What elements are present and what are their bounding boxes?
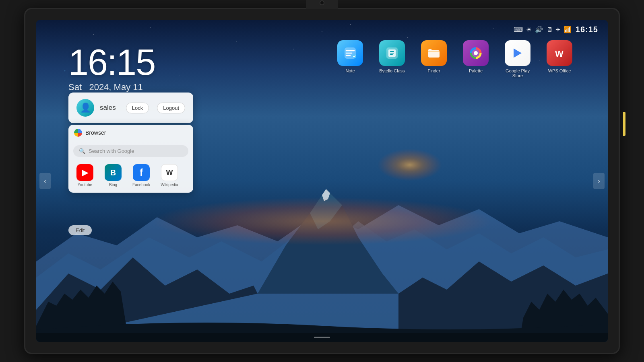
sunset-glow <box>151 197 493 245</box>
app-palette[interactable]: Palette <box>460 40 492 73</box>
svg-point-5 <box>474 51 478 55</box>
bing-icon: B <box>105 164 122 181</box>
network-off-icon: ✈ <box>556 27 560 33</box>
app-finder-icon <box>421 40 447 66</box>
avatar-icon: 👤 <box>80 103 91 113</box>
app-palette-icon <box>463 40 489 66</box>
bottom-bar <box>36 333 608 342</box>
browser-title: Browser <box>85 130 106 136</box>
camera-bump <box>306 0 338 9</box>
clock-full-date <box>84 82 87 92</box>
brightness-icon: ☀ <box>526 26 532 33</box>
shortcut-bing[interactable]: B Bing <box>101 164 126 187</box>
app-wps-icon: W <box>547 40 572 66</box>
left-arrow-icon: ‹ <box>44 177 46 185</box>
status-bar: ⌨ ☀ 🔊 🖥 ✈ 📶 16:15 <box>514 25 598 34</box>
facebook-label: Facebook <box>132 183 150 187</box>
youtube-icon: ▶ <box>76 164 93 181</box>
browser-card: Browser 🔍 Search with Google ▶ Youtube B… <box>68 125 193 193</box>
edit-button[interactable]: Edit <box>68 225 92 235</box>
wikipedia-label: Wikipedia <box>161 183 178 187</box>
youtube-label: Youtube <box>78 183 92 187</box>
wifi-icon: 📶 <box>564 26 572 33</box>
app-playstore[interactable]: Google Play Store <box>502 40 534 78</box>
search-icon: 🔍 <box>79 148 85 154</box>
user-card: 👤 sales Lock Logout <box>68 93 193 123</box>
app-bytello[interactable]: Bytello Class <box>376 40 408 73</box>
app-note-icon <box>337 40 363 66</box>
side-indicator <box>623 112 625 136</box>
app-bytello-label: Bytello Class <box>379 68 405 73</box>
nav-arrow-left[interactable]: ‹ <box>39 173 51 189</box>
browser-header: Browser <box>68 125 193 141</box>
bing-label: Bing <box>109 183 117 187</box>
clock-display: 16:15 <box>68 44 155 80</box>
app-playstore-icon <box>505 40 530 66</box>
wikipedia-icon: W <box>161 164 178 181</box>
browser-logo-icon <box>74 129 82 137</box>
screen: ⌨ ☀ 🔊 🖥 ✈ 📶 16:15 16:15 Sat 2024, May 11 <box>36 20 608 342</box>
app-grid: Note Bytello Class <box>334 40 576 78</box>
status-icons: ⌨ ☀ 🔊 🖥 ✈ 📶 <box>514 26 572 33</box>
facebook-icon: f <box>133 164 150 181</box>
clock-date: Sat 2024, May 11 <box>68 82 155 93</box>
status-time: 16:15 <box>576 25 598 34</box>
app-note[interactable]: Note <box>334 40 366 73</box>
svg-text:W: W <box>555 49 564 59</box>
keyboard-icon: ⌨ <box>514 26 523 33</box>
app-finder[interactable]: Finder <box>418 40 450 73</box>
browser-shortcuts: ▶ Youtube B Bing f Facebook W Wikipedia <box>68 161 193 193</box>
clock-day: Sat <box>68 82 82 92</box>
nav-arrow-right[interactable]: › <box>593 173 605 189</box>
shortcut-wikipedia[interactable]: W Wikipedia <box>157 164 182 187</box>
app-finder-label: Finder <box>427 68 440 73</box>
search-placeholder: Search with Google <box>89 148 134 154</box>
avatar: 👤 <box>76 99 94 117</box>
app-playstore-label: Google Play Store <box>502 68 534 78</box>
right-arrow-icon: › <box>598 177 600 185</box>
app-wps[interactable]: W WPS Office <box>543 40 576 73</box>
display-icon: 🖥 <box>546 26 553 33</box>
logout-button[interactable]: Logout <box>157 103 185 113</box>
app-palette-label: Palette <box>469 68 483 73</box>
bottom-indicator <box>314 337 330 338</box>
lock-button[interactable]: Lock <box>126 103 149 113</box>
app-note-label: Note <box>345 68 355 73</box>
clock-date-val: 2024, May 11 <box>89 82 142 92</box>
tv-frame: ⌨ ☀ 🔊 🖥 ✈ 📶 16:15 16:15 Sat 2024, May 11 <box>24 8 620 354</box>
search-bar[interactable]: 🔍 Search with Google <box>73 145 188 157</box>
clock-widget: 16:15 Sat 2024, May 11 <box>68 44 155 93</box>
volume-icon: 🔊 <box>535 26 543 33</box>
app-wps-label: WPS Office <box>548 68 571 73</box>
username-label: sales <box>100 104 120 112</box>
camera-lens <box>320 0 324 5</box>
shortcut-facebook[interactable]: f Facebook <box>129 164 154 187</box>
app-bytello-icon <box>379 40 405 66</box>
shortcut-youtube[interactable]: ▶ Youtube <box>72 164 97 187</box>
